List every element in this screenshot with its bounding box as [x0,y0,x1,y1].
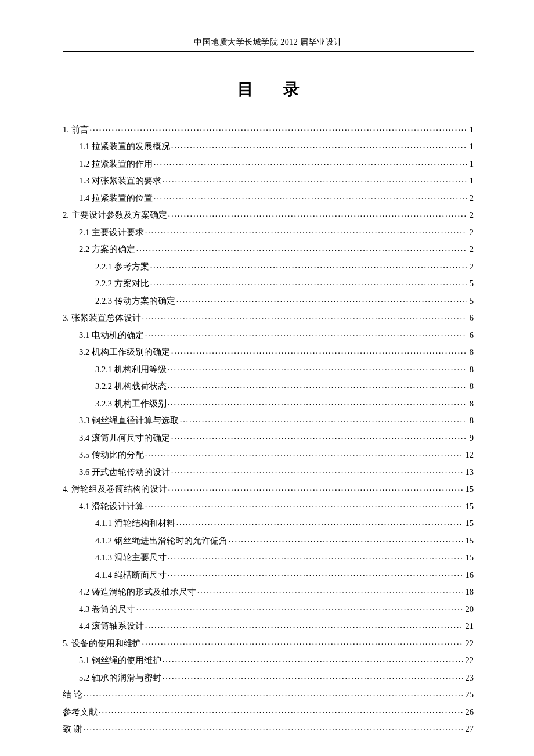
toc-entry-label: 5. 设备的使用和维护 [63,639,141,648]
toc-entry-label: 3.2 机构工作级别的确定 [79,348,170,357]
toc-row: 3.4 滚筒几何尺寸的确定9 [63,432,474,442]
toc-leader-dots [197,586,463,595]
toc-row: 3.2 机构工作级别的确定8 [63,347,474,357]
toc-row: 2.2.3 传动方案的确定5 [63,295,474,305]
toc-title: 目 录 [63,78,474,100]
toc-entry-page: 25 [464,690,474,699]
toc-row: 4.4 滚筒轴系设计21 [63,621,474,631]
toc-row: 2.2.1 参考方案2 [63,261,474,271]
toc-entry-page: 8 [468,399,474,408]
toc-row: 1. 前言1 [63,124,474,134]
toc-leader-dots [171,347,467,355]
running-header: 中国地质大学长城学院 2012 届毕业设计 [63,37,474,52]
toc-leader-dots [145,329,467,338]
toc-leader-dots [150,278,467,287]
toc-entry-page: 15 [464,485,474,494]
toc-leader-dots [168,552,463,561]
toc-entry-label: 3. 张紧装置总体设计 [63,314,141,322]
toc-entry-label: 3.6 开式齿轮传动的设计 [79,468,170,477]
toc-row: 3. 张紧装置总体设计6 [63,312,474,322]
toc-leader-dots [145,501,463,509]
toc-leader-dots [168,484,463,492]
toc-row: 4.1 滑轮设计计算15 [63,501,474,510]
toc-leader-dots [84,723,463,732]
toc-entry-label: 4.2 铸造滑轮的形式及轴承尺寸 [79,588,196,596]
toc-row: 4.2 铸造滑轮的形式及轴承尺寸18 [63,586,474,596]
toc-leader-dots [145,449,463,458]
toc-entry-label: 3.2.3 机构工作级别 [95,399,167,408]
toc-entry-page: 8 [468,382,474,391]
toc-entry-label: 4.1 滑轮设计计算 [79,502,144,511]
toc-row: 2.2.2 方案对比5 [63,278,474,288]
toc-entry-page: 1 [468,160,474,168]
toc-row: 4.1.1 滑轮结构和材料15 [63,518,474,528]
toc-entry-label: 3.2.2 机构载荷状态 [95,382,167,391]
toc-entry-label: 4.1.4 绳槽断面尺寸 [95,571,167,579]
toc-leader-dots [136,244,467,253]
toc-entry-label: 4. 滑轮组及卷筒结构的设计 [63,485,167,494]
toc-entry-page: 26 [464,708,474,717]
toc-entry-page: 16 [464,571,474,579]
toc-entry-label: 1. 前言 [63,125,89,134]
toc-row: 3.2.1 机构利用等级8 [63,363,474,373]
toc-entry-page: 21 [464,622,474,631]
toc-leader-dots [154,192,467,201]
toc-row: 3.3 钢丝绳直径计算与选取8 [63,415,474,425]
toc-entry-page: 6 [468,331,474,340]
toc-row: 5.1 钢丝绳的使用维护22 [63,655,474,665]
toc-entry-label: 3.2.1 机构利用等级 [95,365,167,374]
toc-entry-label: 2.2.2 方案对比 [95,279,149,288]
toc-row: 4.1.2 钢丝绳进出滑轮时的允许偏角15 [63,535,474,545]
toc-entry-label: 4.4 滚筒轴系设计 [79,622,144,631]
toc-row: 1.1 拉紧装置的发展概况1 [63,141,474,151]
toc-entry-page: 8 [468,416,474,425]
toc-entry-label: 5.2 轴承的润滑与密封 [79,674,161,682]
toc-entry-label: 结 论 [63,690,82,699]
toc-entry-label: 4.3 卷筒的尺寸 [79,605,135,614]
toc-leader-dots [145,226,467,235]
toc-leader-dots [142,312,467,321]
toc-leader-dots [163,175,467,184]
toc-entry-page: 2 [468,245,474,254]
toc-entry-page: 13 [464,468,474,477]
toc-row: 5.2 轴承的润滑与密封23 [63,672,474,682]
toc-leader-dots [168,381,467,390]
toc-row: 3.2.3 机构工作级别8 [63,398,474,408]
toc-entry-page: 15 [464,519,474,528]
toc-entry-label: 1.4 拉紧装置的位置 [79,194,153,203]
toc-entry-page: 2 [468,262,474,271]
toc-leader-dots [163,655,463,664]
toc-entry-label: 4.1.3 滑轮主要尺寸 [95,553,167,562]
toc-row: 4.1.3 滑轮主要尺寸15 [63,552,474,562]
toc-leader-dots [90,124,467,132]
toc-entry-label: 3.5 传动比的分配 [79,451,144,459]
toc-entry-label: 参考文献 [63,708,98,717]
toc-row: 2. 主要设计参数及方案确定2 [63,210,474,219]
toc-entry-label: 2.1 主要设计要求 [79,228,144,237]
toc-leader-dots [229,535,463,543]
toc-row: 3.6 开式齿轮传动的设计13 [63,466,474,476]
toc-entry-label: 致 谢 [63,725,82,733]
toc-leader-dots [136,603,463,612]
toc-entry-page: 8 [468,348,474,357]
toc-leader-dots [142,638,463,646]
toc-row: 4.1.4 绳槽断面尺寸16 [63,569,474,579]
toc-entry-page: 6 [468,314,474,322]
toc-row: 1.4 拉紧装置的位置2 [63,192,474,202]
toc-entry-page: 22 [464,639,474,648]
table-of-contents: 1. 前言11.1 拉紧装置的发展概况11.2 拉紧装置的作用11.3 对张紧装… [63,124,474,733]
toc-row: 3.2.2 机构载荷状态8 [63,381,474,391]
toc-row: 4. 滑轮组及卷筒结构的设计15 [63,484,474,494]
toc-entry-page: 18 [464,588,474,596]
document-page: 中国地质大学长城学院 2012 届毕业设计 目 录 1. 前言11.1 拉紧装置… [0,0,534,756]
toc-entry-page: 9 [468,434,474,442]
toc-row: 5. 设备的使用和维护22 [63,638,474,647]
toc-leader-dots [145,621,463,629]
toc-row: 2.1 主要设计要求2 [63,226,474,236]
toc-leader-dots [168,210,467,218]
toc-leader-dots [176,518,463,527]
toc-entry-label: 1.1 拉紧装置的发展概况 [79,142,170,151]
toc-leader-dots [154,158,467,167]
toc-leader-dots [168,363,467,372]
toc-entry-page: 22 [464,656,474,665]
